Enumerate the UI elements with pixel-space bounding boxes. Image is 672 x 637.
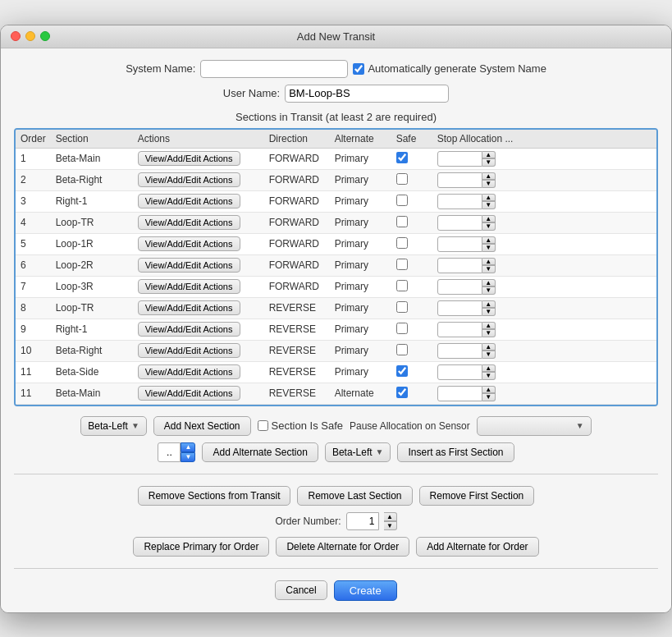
view-edit-actions-button[interactable]: View/Add/Edit Actions <box>138 322 240 337</box>
section-dropdown-2[interactable]: Beta-Left ▼ <box>325 442 391 462</box>
stop-up-button[interactable]: ▲ <box>482 236 496 245</box>
minimize-button[interactable] <box>25 31 35 41</box>
stop-up-button[interactable]: ▲ <box>482 343 496 351</box>
safe-checkbox[interactable] <box>396 301 408 313</box>
cell-order: 2 <box>16 169 51 190</box>
remove-sections-transit-button[interactable]: Remove Sections from Transit <box>138 486 291 506</box>
cell-actions: View/Add/Edit Actions <box>133 212 264 233</box>
stop-down-button[interactable]: ▼ <box>482 158 496 167</box>
view-edit-actions-button[interactable]: View/Add/Edit Actions <box>138 279 240 294</box>
order-down-button[interactable]: ▼ <box>384 521 397 530</box>
stop-down-button[interactable]: ▼ <box>482 286 496 295</box>
stop-up-button[interactable]: ▲ <box>482 279 496 287</box>
add-next-section-button[interactable]: Add Next Section <box>153 416 251 436</box>
close-button[interactable] <box>11 31 21 41</box>
maximize-button[interactable] <box>40 31 50 41</box>
safe-checkbox[interactable] <box>396 365 408 377</box>
stop-down-button[interactable]: ▼ <box>482 393 496 401</box>
safe-checkbox[interactable] <box>396 387 408 398</box>
stop-down-button[interactable]: ▼ <box>482 180 496 188</box>
view-edit-actions-button[interactable]: View/Add/Edit Actions <box>138 343 240 358</box>
stop-down-button[interactable]: ▼ <box>482 201 496 209</box>
stop-down-button[interactable]: ▼ <box>482 308 496 316</box>
dropdown-arrow-2: ▼ <box>376 447 384 456</box>
stop-up-button[interactable]: ▲ <box>482 364 496 373</box>
stop-up-button[interactable]: ▲ <box>482 322 496 330</box>
stop-stepper: ▲ ▼ <box>482 322 496 337</box>
cell-safe <box>391 340 432 361</box>
add-alternate-order-button[interactable]: Add Alternate for Order <box>416 537 538 557</box>
view-edit-actions-button[interactable]: View/Add/Edit Actions <box>138 172 240 187</box>
auto-gen-checkbox[interactable] <box>353 63 364 75</box>
stop-alloc-input[interactable] <box>437 194 482 209</box>
order-number-input[interactable] <box>346 512 379 530</box>
view-edit-actions-button[interactable]: View/Add/Edit Actions <box>138 194 240 209</box>
stop-up-button[interactable]: ▲ <box>482 194 496 202</box>
stop-up-button[interactable]: ▲ <box>482 172 496 181</box>
safe-checkbox[interactable] <box>396 195 408 206</box>
cell-safe <box>391 190 432 212</box>
insert-first-section-button[interactable]: Insert as First Section <box>397 442 514 462</box>
view-edit-actions-button[interactable]: View/Add/Edit Actions <box>138 151 240 166</box>
dotdot-down-button[interactable]: ▼ <box>181 452 195 462</box>
stop-down-button[interactable]: ▼ <box>482 244 496 252</box>
stop-alloc-input[interactable] <box>437 258 482 273</box>
view-edit-actions-button[interactable]: View/Add/Edit Actions <box>138 386 240 401</box>
view-edit-actions-button[interactable]: View/Add/Edit Actions <box>138 215 240 230</box>
add-alternate-section-button[interactable]: Add Alternate Section <box>202 442 318 462</box>
safe-checkbox[interactable] <box>396 152 408 163</box>
section-is-safe-checkbox[interactable] <box>258 420 268 431</box>
stop-alloc-input[interactable] <box>437 364 482 380</box>
view-edit-actions-button[interactable]: View/Add/Edit Actions <box>138 364 240 379</box>
view-edit-actions-button[interactable]: View/Add/Edit Actions <box>138 300 240 315</box>
safe-checkbox[interactable] <box>396 344 408 355</box>
stop-alloc-input[interactable] <box>437 300 482 316</box>
stop-down-button[interactable]: ▼ <box>482 265 496 273</box>
pause-dropdown[interactable]: ▼ <box>477 416 592 436</box>
stop-alloc-cell: ▲ ▼ <box>437 300 651 316</box>
cell-stop: ▲ ▼ <box>432 340 656 361</box>
replace-primary-order-button[interactable]: Replace Primary for Order <box>133 537 269 557</box>
safe-checkbox[interactable] <box>396 173 408 185</box>
stop-alloc-input[interactable] <box>437 236 482 252</box>
safe-checkbox[interactable] <box>396 323 408 334</box>
stop-alloc-input[interactable] <box>437 279 482 295</box>
stop-down-button[interactable]: ▼ <box>482 329 496 337</box>
stop-down-button[interactable]: ▼ <box>482 372 496 380</box>
order-up-button[interactable]: ▲ <box>384 512 397 521</box>
stop-down-button[interactable]: ▼ <box>482 222 496 231</box>
stop-alloc-input[interactable] <box>437 343 482 359</box>
remove-first-section-button[interactable]: Remove First Section <box>419 486 535 506</box>
system-name-input[interactable] <box>200 60 348 78</box>
table-row: 2 Beta-Right View/Add/Edit Actions FORWA… <box>16 169 656 190</box>
safe-checkbox[interactable] <box>396 216 408 227</box>
safe-checkbox[interactable] <box>396 280 408 291</box>
stop-up-button[interactable]: ▲ <box>482 300 496 309</box>
cancel-button[interactable]: Cancel <box>275 580 327 600</box>
stop-down-button[interactable]: ▼ <box>482 351 496 359</box>
safe-checkbox[interactable] <box>396 237 408 249</box>
stop-up-button[interactable]: ▲ <box>482 151 496 159</box>
stop-alloc-input[interactable] <box>437 215 482 231</box>
remove-last-section-button[interactable]: Remove Last Section <box>297 486 412 506</box>
view-edit-actions-button[interactable]: View/Add/Edit Actions <box>138 236 240 251</box>
stop-up-button[interactable]: ▲ <box>482 386 496 394</box>
view-edit-actions-button[interactable]: View/Add/Edit Actions <box>138 258 240 273</box>
cell-order: 6 <box>16 254 51 276</box>
safe-checkbox[interactable] <box>396 259 408 270</box>
stop-up-button[interactable]: ▲ <box>482 258 496 266</box>
section-dropdown-1[interactable]: Beta-Left ▼ <box>80 416 147 436</box>
user-name-input[interactable] <box>285 85 449 103</box>
section-is-safe-label: Section Is Safe <box>272 419 343 432</box>
cell-actions: View/Add/Edit Actions <box>133 361 264 383</box>
create-button[interactable]: Create <box>334 580 397 601</box>
stop-alloc-input[interactable] <box>437 322 482 337</box>
cell-direction: REVERSE <box>264 361 330 383</box>
dotdot-up-button[interactable]: ▲ <box>181 442 195 452</box>
stop-alloc-input[interactable] <box>437 172 482 188</box>
stop-up-button[interactable]: ▲ <box>482 215 496 223</box>
delete-alternate-order-button[interactable]: Delete Alternate for Order <box>276 537 409 557</box>
dotdot-input[interactable] <box>158 442 181 462</box>
stop-alloc-input[interactable] <box>437 151 482 167</box>
stop-alloc-input[interactable] <box>437 386 482 401</box>
